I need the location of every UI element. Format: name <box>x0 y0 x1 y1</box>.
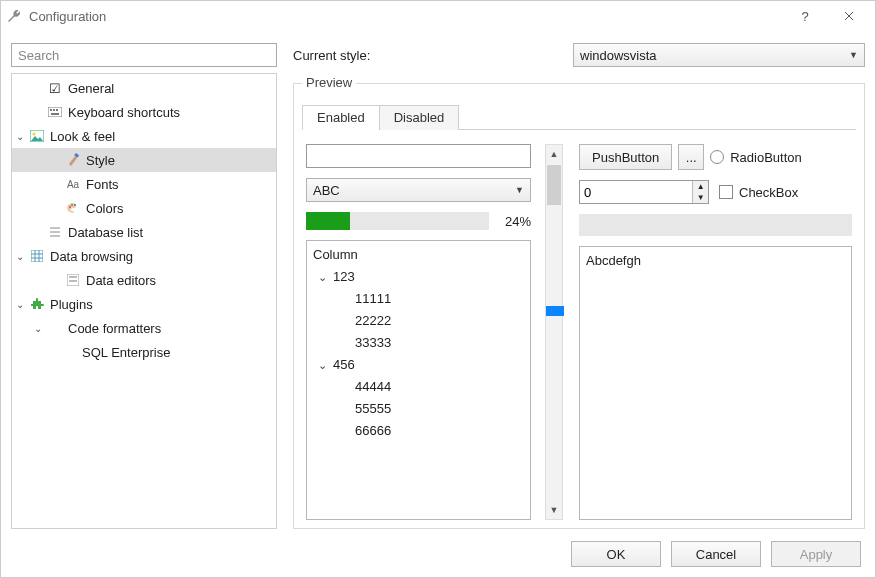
svg-point-10 <box>74 204 76 206</box>
content: ☑General Keyboard shortcuts ⌄Look & feel… <box>1 31 875 577</box>
chevron-down-icon: ▼ <box>515 185 524 195</box>
svg-rect-11 <box>31 250 43 262</box>
brush-icon <box>64 152 82 168</box>
config-dialog: Configuration ? ☑General Keyboard shortc… <box>0 0 876 578</box>
image-icon <box>28 128 46 144</box>
preview-title: Preview <box>302 75 356 90</box>
spinbox-input[interactable] <box>580 181 692 203</box>
svg-rect-1 <box>50 109 52 111</box>
style-select-value: windowsvista <box>580 48 657 63</box>
form-icon <box>64 272 82 288</box>
tree-item-style[interactable]: Style <box>12 148 276 172</box>
dialog-buttons: OK Cancel Apply <box>11 537 865 567</box>
preview-tabs: Enabled Disabled <box>302 104 856 130</box>
svg-rect-13 <box>69 276 77 278</box>
help-button[interactable]: ? <box>783 2 827 30</box>
titlebar: Configuration ? <box>1 1 875 31</box>
tree-item-dblist[interactable]: Database list <box>12 220 276 244</box>
preview-treeview[interactable]: Column ⌄123 11111 22222 33333 <box>306 240 531 520</box>
chevron-down-icon[interactable]: ⌄ <box>30 323 46 334</box>
tree-item-look[interactable]: ⌄Look & feel <box>12 124 276 148</box>
tree-item-editors[interactable]: Data editors <box>12 268 276 292</box>
tab-disabled[interactable]: Disabled <box>379 105 460 130</box>
tree-item-colors[interactable]: Colors <box>12 196 276 220</box>
svg-rect-3 <box>56 109 58 111</box>
fonts-icon: Aa <box>64 176 82 192</box>
preview-checkbox[interactable]: CheckBox <box>719 185 798 200</box>
svg-point-6 <box>33 133 36 136</box>
tree-row[interactable]: 33333 <box>311 332 526 354</box>
keyboard-icon <box>46 104 64 120</box>
cancel-button[interactable]: Cancel <box>671 541 761 567</box>
tree-item-fonts[interactable]: AaFonts <box>12 172 276 196</box>
scroll-down-icon[interactable]: ▼ <box>546 501 562 519</box>
tree-item-sql[interactable]: SQL Enterprise <box>12 340 276 364</box>
svg-rect-14 <box>69 280 77 282</box>
tree-column-header: Column <box>311 247 526 262</box>
scroll-thumb[interactable] <box>547 165 561 205</box>
tree-row[interactable]: 66666 <box>311 420 526 442</box>
preview-spinbox[interactable]: ▲▼ <box>579 180 709 204</box>
current-style-label: Current style: <box>293 48 561 63</box>
svg-rect-4 <box>51 113 59 115</box>
chevron-down-icon[interactable]: ⌄ <box>12 299 28 310</box>
window-title: Configuration <box>29 9 783 24</box>
preview-vscrollbar[interactable]: ▲ ▼ <box>545 144 563 520</box>
preview-vslider-handle[interactable] <box>546 306 564 316</box>
chevron-down-icon[interactable]: ⌄ <box>311 354 333 376</box>
tree-row[interactable]: 44444 <box>311 376 526 398</box>
chevron-down-icon[interactable]: ⌄ <box>311 266 333 288</box>
chevron-down-icon: ▼ <box>849 50 858 60</box>
tree-item-browsing[interactable]: ⌄Data browsing <box>12 244 276 268</box>
close-button[interactable] <box>827 2 871 30</box>
svg-rect-2 <box>53 109 55 111</box>
preview-lineedit[interactable] <box>306 144 531 168</box>
nav-tree[interactable]: ☑General Keyboard shortcuts ⌄Look & feel… <box>11 73 277 529</box>
svg-point-9 <box>71 204 73 206</box>
tree-row[interactable]: 11111 <box>311 288 526 310</box>
puzzle-icon <box>28 296 46 312</box>
tree-item-plugins[interactable]: ⌄Plugins <box>12 292 276 316</box>
search-input[interactable] <box>11 43 277 67</box>
preview-hslider[interactable] <box>579 214 852 236</box>
grid-icon <box>28 248 46 264</box>
preview-more-button[interactable]: ... <box>678 144 704 170</box>
preview-radiobutton[interactable]: RadioButton <box>710 150 802 165</box>
tree-row[interactable]: 22222 <box>311 310 526 332</box>
apply-button: Apply <box>771 541 861 567</box>
right-panel: Current style: windowsvista ▼ Preview En… <box>293 43 865 529</box>
preview-pushbutton[interactable]: PushButton <box>579 144 672 170</box>
tree-item-keyboard[interactable]: Keyboard shortcuts <box>12 100 276 124</box>
svg-point-8 <box>69 206 71 208</box>
palette-icon <box>64 200 82 216</box>
preview-group: Preview Enabled Disabled ABC ▼ <box>293 83 865 529</box>
wrench-icon <box>5 7 23 25</box>
chevron-down-icon[interactable]: ⌄ <box>12 131 28 142</box>
style-select[interactable]: windowsvista ▼ <box>573 43 865 67</box>
checkbox-icon: ☑ <box>46 80 64 96</box>
left-panel: ☑General Keyboard shortcuts ⌄Look & feel… <box>11 43 277 529</box>
scroll-up-icon[interactable]: ▲ <box>546 145 562 163</box>
svg-rect-0 <box>48 107 62 117</box>
progress-label: 24% <box>497 214 531 229</box>
tab-enabled[interactable]: Enabled <box>302 105 380 130</box>
tree-item-general[interactable]: ☑General <box>12 76 276 100</box>
tree-row[interactable]: 55555 <box>311 398 526 420</box>
ok-button[interactable]: OK <box>571 541 661 567</box>
chevron-down-icon[interactable]: ⌄ <box>12 251 28 262</box>
preview-combobox[interactable]: ABC ▼ <box>306 178 531 202</box>
tree-item-formatters[interactable]: ⌄Code formatters <box>12 316 276 340</box>
list-icon <box>46 224 64 240</box>
spin-down-icon[interactable]: ▼ <box>693 192 708 203</box>
preview-progressbar <box>306 212 489 230</box>
spin-up-icon[interactable]: ▲ <box>693 181 708 192</box>
preview-textedit[interactable]: Abcdefgh <box>579 246 852 520</box>
